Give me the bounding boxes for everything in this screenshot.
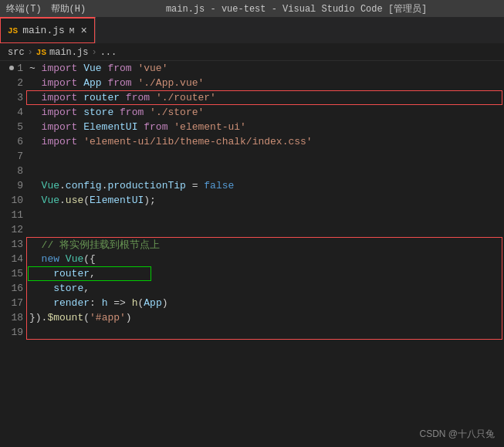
token: 'element-ui/lib/theme-chalk/index.css'	[83, 136, 312, 147]
token: :	[90, 297, 102, 309]
token	[132, 63, 138, 74]
line-num-17: 17	[8, 296, 23, 310]
tab-label: main.js	[22, 25, 65, 36]
token: './App.vue'	[137, 77, 204, 89]
token: .	[102, 180, 108, 191]
token: router	[53, 268, 90, 279]
token: h	[132, 297, 138, 309]
breadcrumb-sep2: ›	[91, 47, 96, 58]
line-numbers: 1 2 3 4 5 6 7 8 9 10 11 12 13 14 15 16 1…	[0, 61, 29, 340]
token	[29, 297, 53, 309]
token: false	[204, 180, 234, 191]
code-editor: 1 2 3 4 5 6 7 8 9 10 11 12 13 14 15 16 1…	[0, 61, 504, 340]
app-root: 终端(T) 帮助(H) main.js - vue-test - Visual …	[0, 0, 504, 447]
line-num-6: 6	[8, 134, 23, 149]
token: import	[29, 92, 83, 103]
token	[102, 63, 108, 74]
token: $mount	[47, 312, 83, 323]
line-num-18: 18	[8, 310, 23, 325]
code-line-19	[29, 325, 504, 340]
token: );	[144, 195, 156, 206]
token: productionTip	[107, 180, 185, 191]
line-num-12: 12	[8, 222, 23, 237]
token: =	[186, 180, 204, 191]
token: import	[29, 136, 83, 147]
token: ~	[29, 63, 42, 74]
breadcrumb-sep1: ›	[28, 47, 33, 58]
line-num-2: 2	[8, 76, 23, 90]
token: store	[83, 107, 113, 118]
code-line-17: render : h => h ( App )	[29, 296, 504, 310]
breadcrumb-mainjs: main.js	[49, 47, 88, 58]
code-line-10: Vue . use ( ElementUI );	[29, 193, 504, 208]
code-line-16: store ,	[29, 281, 504, 296]
token	[137, 121, 144, 133]
line-num-7: 7	[8, 149, 23, 164]
title-bar: 终端(T) 帮助(H) main.js - vue-test - Visual …	[0, 0, 504, 17]
code-line-3: import router from './router'	[29, 90, 504, 105]
line-num-9: 9	[8, 178, 23, 193]
editor-area: 1 2 3 4 5 6 7 8 9 10 11 12 13 14 15 16 1…	[0, 61, 504, 340]
token: Vue	[83, 63, 101, 74]
tab-close-button[interactable]: ×	[80, 25, 86, 37]
token: .	[59, 195, 66, 206]
token	[29, 283, 47, 294]
token: ({	[83, 253, 96, 265]
line-num-14: 14	[8, 252, 23, 266]
breadcrumb-js-icon: JS	[36, 48, 46, 57]
menu-help[interactable]: 帮助(H)	[51, 2, 86, 15]
token: import	[42, 63, 84, 74]
code-line-2: import App from './App.vue'	[29, 76, 504, 90]
token: store	[47, 283, 83, 294]
token: import	[29, 77, 83, 89]
token: from	[144, 121, 167, 133]
token: from	[126, 92, 150, 103]
title-bar-menus: 终端(T) 帮助(H)	[6, 2, 86, 15]
line-num-1: 1	[8, 61, 23, 76]
token: './router'	[156, 92, 216, 103]
token: from	[120, 107, 144, 118]
line-num-5: 5	[8, 120, 23, 134]
token: Vue	[42, 195, 59, 206]
token: Vue	[66, 253, 83, 265]
token: router	[83, 92, 120, 103]
token: ElementUI	[90, 195, 144, 206]
token	[102, 77, 108, 89]
tab-mainjs[interactable]: JS main.js M ×	[0, 17, 96, 43]
token: )	[126, 312, 132, 323]
code-line-6: import 'element-ui/lib/theme-chalk/index…	[29, 134, 504, 149]
line-num-16: 16	[8, 281, 23, 296]
token: config	[66, 180, 102, 191]
breadcrumb: src › JS main.js › ...	[0, 44, 504, 61]
token: .	[59, 180, 66, 191]
token: ,	[90, 268, 96, 279]
code-line-8	[29, 164, 504, 178]
token	[29, 268, 53, 279]
token: (	[137, 297, 144, 309]
token: }).	[29, 312, 47, 323]
line-num-11: 11	[8, 208, 23, 222]
token: (	[83, 312, 90, 323]
token	[113, 107, 120, 118]
watermark: CSDN @十八只兔	[419, 428, 495, 441]
token: import	[29, 121, 83, 133]
tab-modified: M	[69, 26, 75, 36]
token: '#app'	[90, 312, 126, 323]
code-line-11	[29, 208, 504, 222]
breadcrumb-src: src	[8, 47, 25, 58]
token: )	[162, 297, 168, 309]
token: App	[144, 297, 161, 309]
code-line-13: // 将实例挂载到根节点上	[29, 237, 504, 252]
code-content: ~ import Vue from 'vue' import App from	[29, 61, 504, 340]
menu-terminal[interactable]: 终端(T)	[6, 2, 42, 15]
token: // 将实例挂载到根节点上	[29, 238, 160, 252]
gutter-dot	[9, 66, 14, 70]
line-num-3: 3	[8, 90, 23, 105]
code-line-1: ~ import Vue from 'vue'	[29, 61, 504, 76]
code-line-12	[29, 222, 504, 237]
token	[167, 121, 174, 133]
token: (	[83, 195, 90, 206]
code-line-15: router ,	[29, 266, 504, 281]
code-line-18: }). $mount ( '#app' )	[29, 310, 504, 325]
code-line-14: new Vue ({	[29, 252, 504, 266]
